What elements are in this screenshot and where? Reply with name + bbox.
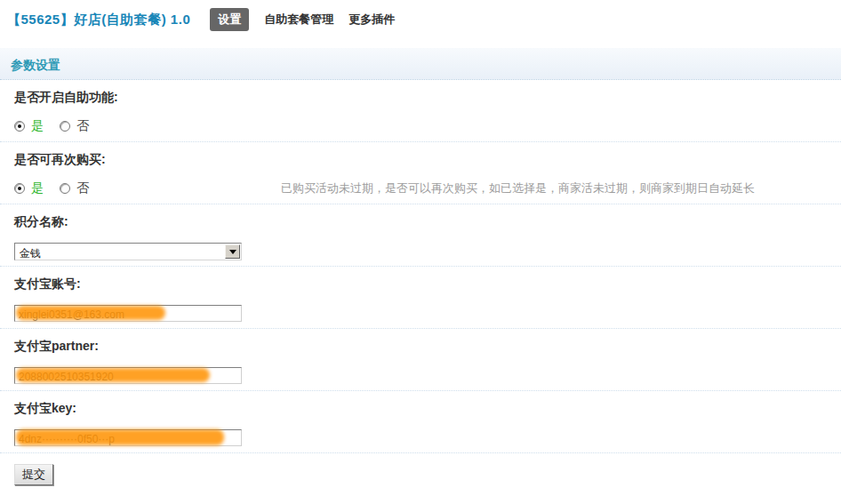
- select-selected-value: 金钱: [15, 244, 224, 260]
- radio-yes-label: 是: [31, 180, 44, 196]
- alipay-account-input[interactable]: [14, 305, 242, 322]
- field-alipay-key: 支付宝key:: [0, 391, 841, 453]
- radio-option-yes[interactable]: 是: [14, 118, 44, 134]
- radio-yes-label: 是: [31, 118, 44, 134]
- field-label: 是否开启自助功能:: [14, 90, 841, 106]
- tab-settings[interactable]: 设置: [210, 8, 249, 31]
- tab-package-management[interactable]: 自助套餐管理: [264, 12, 333, 28]
- alipay-key-input[interactable]: [14, 429, 242, 446]
- field-label: 积分名称:: [14, 214, 841, 230]
- radio-no-icon[interactable]: [60, 121, 70, 132]
- field-alipay-partner: 支付宝partner:: [0, 329, 841, 391]
- chevron-down-icon[interactable]: [225, 244, 240, 259]
- enable-radio-group: 是 否: [14, 118, 89, 134]
- radio-yes-selected-icon[interactable]: [14, 183, 25, 194]
- radio-no-label: 否: [76, 180, 89, 196]
- radio-no-icon[interactable]: [60, 183, 70, 194]
- submit-row: 提交: [0, 453, 841, 485]
- field-label: 支付宝账号:: [14, 276, 841, 292]
- field-label: 支付宝partner:: [14, 339, 841, 355]
- field-enable-self-service: 是否开启自助功能: 是 否: [0, 80, 841, 142]
- radio-option-yes[interactable]: 是: [14, 180, 44, 196]
- points-name-select[interactable]: 金钱: [14, 243, 242, 260]
- header: 【55625】好店(自助套餐) 1.0 设置 自助套餐管理 更多插件: [0, 0, 841, 31]
- field-points-name: 积分名称: 金钱: [0, 204, 841, 267]
- radio-option-no[interactable]: 否: [60, 180, 89, 196]
- radio-option-no[interactable]: 否: [60, 118, 89, 134]
- section-header: 参数设置: [0, 48, 841, 80]
- rebuy-hint-text: 已购买活动未过期，是否可以再次购买，如已选择是，商家活未过期，则商家到期日自动延…: [281, 180, 755, 196]
- field-label: 是否可再次购买:: [14, 152, 841, 168]
- alipay-partner-input[interactable]: [14, 367, 242, 384]
- field-alipay-account: 支付宝账号:: [0, 267, 841, 329]
- field-rebuy: 是否可再次购买: 是 否 已购买活动未过期，是否可以再次购买，如已选择是，商家活…: [0, 142, 841, 204]
- tab-more-plugins[interactable]: 更多插件: [348, 12, 395, 28]
- page-title: 【55625】好店(自助套餐) 1.0: [7, 12, 190, 28]
- radio-no-label: 否: [76, 118, 89, 134]
- radio-yes-selected-icon[interactable]: [14, 121, 25, 132]
- tab-bar: 设置 自助套餐管理 更多插件: [210, 8, 395, 31]
- rebuy-radio-group: 是 否: [14, 180, 89, 196]
- section-title: 参数设置: [11, 58, 60, 72]
- field-label: 支付宝key:: [14, 401, 841, 417]
- submit-button[interactable]: 提交: [14, 464, 53, 485]
